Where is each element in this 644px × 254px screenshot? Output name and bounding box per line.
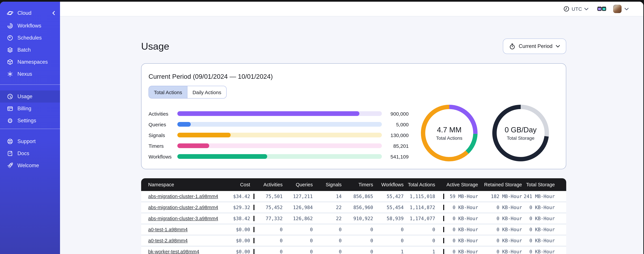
namespace-link[interactable]: a0-test-1.a98mm4 <box>148 227 188 232</box>
sidebar-collapse-button[interactable] <box>52 11 55 16</box>
gauge-icon <box>7 93 14 100</box>
cell-total-actions: 0 <box>404 227 443 232</box>
bar-fill <box>177 144 209 148</box>
page-head: Usage Current Period <box>141 38 566 54</box>
period-selector-button[interactable]: Current Period <box>503 38 566 54</box>
cell-retained-storage: 0 KB-Hour <box>478 227 522 232</box>
cell-timers: 0 <box>342 227 373 232</box>
sidebar-divider <box>0 84 60 85</box>
sidebar-item-workflows[interactable]: Workflows <box>0 20 60 32</box>
labs-glasses-toggle[interactable] <box>597 6 606 12</box>
chevron-down-icon <box>624 8 628 10</box>
sidebar-item-namespaces[interactable]: Namespaces <box>0 56 60 68</box>
table-row: abs-migration-cluster-2.a98mm4 $29.32 75… <box>141 202 566 213</box>
namespace-link[interactable]: abs-migration-cluster-2.a98mm4 <box>148 205 218 210</box>
header-retained-storage: Retained Storage <box>478 182 522 187</box>
rocket-icon <box>7 162 14 169</box>
cell-timers: 910,922 <box>342 216 373 221</box>
header-total-storage: Total Storage <box>522 182 566 187</box>
page-title: Usage <box>141 40 169 52</box>
life-ring-icon <box>7 138 14 145</box>
bar-value: 130,000 <box>382 132 409 138</box>
donut-label: Total Storage <box>507 135 534 140</box>
cell-activities: 75,452 <box>254 205 282 210</box>
chevron-left-icon <box>52 11 55 16</box>
table-row: abs-migration-cluster-1.a98mm4 $34.42 75… <box>141 191 566 202</box>
namespace-link[interactable]: abs-migration-cluster-3.a98mm4 <box>148 216 218 221</box>
cell-cost: $38.42 <box>220 216 254 221</box>
sidebar-item-docs[interactable]: Docs <box>0 148 60 160</box>
donut-value: 0 GB/Day <box>505 126 537 134</box>
sidebar-item-schedules[interactable]: Schedules <box>0 32 60 44</box>
header-workflows: Workflows <box>373 182 404 187</box>
bar-label: Activities <box>148 111 177 116</box>
sidebar-brand-cloud[interactable]: Cloud <box>0 6 60 20</box>
cell-retained-storage: 0 KB-Hour <box>478 216 522 221</box>
sidebar-item-welcome[interactable]: Welcome <box>0 160 60 172</box>
chevron-down-icon <box>556 45 560 48</box>
timezone-dropdown[interactable]: UTC <box>564 6 588 12</box>
sidebar-item-settings[interactable]: ⚙ Settings <box>0 114 60 127</box>
cell-queries: 0 <box>282 249 313 254</box>
bar-fill <box>177 154 267 159</box>
bar-label: Signals <box>148 132 177 138</box>
cell-retained-storage: 182 MB-Hour <box>478 194 522 199</box>
cell-cost: $0.00 <box>220 249 254 254</box>
cell-signals: 14 <box>313 194 342 199</box>
cell-total-storage: 241 MB-Hour <box>522 194 566 199</box>
clock-icon <box>564 6 569 12</box>
cell-total-actions: 1,174,077 <box>404 216 443 221</box>
cell-active-storage: 0 KB-Hour <box>443 216 478 221</box>
namespace-link[interactable]: abs-migration-cluster-1.a98mm4 <box>148 194 218 199</box>
bar-label: Queries <box>148 122 177 127</box>
app-frame: Cloud Workflows Schedules <box>0 2 643 254</box>
cell-queries: 0 <box>282 238 313 243</box>
cell-total-storage: 0 KB-Hour <box>522 227 566 232</box>
bar-fill <box>177 133 230 138</box>
namespace-link[interactable]: bk-worker-test.a98mm4 <box>148 249 199 254</box>
gear-icon: ⚙ <box>7 117 14 124</box>
sidebar: Cloud Workflows Schedules <box>0 2 60 254</box>
cell-active-storage: 0 KB-Hour <box>443 249 478 254</box>
total-actions-donut: 4.7 MM Total Actions <box>421 104 478 162</box>
billing-card-icon <box>7 105 14 112</box>
timezone-label: UTC <box>572 6 582 12</box>
header-namespace: Namespace <box>141 182 220 187</box>
cell-active-storage: 0 KB-Hour <box>443 238 478 243</box>
cell-timers: 0 <box>342 249 373 254</box>
tab-total-actions[interactable]: Total Actions <box>149 86 187 98</box>
cell-activities: 0 <box>254 249 282 254</box>
sidebar-item-support[interactable]: Support <box>0 136 60 148</box>
account-menu-button[interactable] <box>624 8 628 10</box>
chevron-down-icon <box>584 8 588 10</box>
cell-workflows: 55,454 <box>373 205 404 210</box>
sidebar-item-nexus[interactable]: Nexus <box>0 68 60 80</box>
screen: Cloud Workflows Schedules <box>0 0 644 254</box>
cell-cost: $0.00 <box>220 227 254 232</box>
glasses-icon <box>597 6 606 12</box>
schedules-icon <box>7 34 14 41</box>
tab-daily-actions[interactable]: Daily Actions <box>187 86 226 98</box>
cell-active-storage: 0 KB-Hour <box>443 205 478 210</box>
table-row: a0-test-1.a98mm4 $0.00 0 0 0 0 0 0 0 KB-… <box>141 224 566 235</box>
sidebar-item-usage[interactable]: Usage <box>0 90 60 102</box>
cell-cost: $34.42 <box>220 194 254 199</box>
cell-total-actions: 0 <box>404 238 443 243</box>
sidebar-item-batch[interactable]: Batch <box>0 44 60 56</box>
cell-signals: 22 <box>313 216 342 221</box>
bar-value: 900,000 <box>382 111 409 116</box>
sidebar-item-billing[interactable]: Billing <box>0 102 60 114</box>
sidebar-item-label: Docs <box>18 150 29 156</box>
cell-workflows: 0 <box>373 227 404 232</box>
namespace-link[interactable]: a0-test-2.a98mm4 <box>148 238 188 243</box>
cell-total-actions: 1,114,872 <box>404 205 443 210</box>
topbar: UTC <box>60 2 643 16</box>
cell-activities: 75,501 <box>254 194 282 199</box>
sidebar-item-label: Settings <box>18 118 36 124</box>
cell-queries: 126,984 <box>282 205 313 210</box>
bar-value: 541,109 <box>382 154 409 159</box>
sidebar-item-label: Namespaces <box>18 59 48 65</box>
sidebar-item-label: Batch <box>18 47 31 53</box>
cell-active-storage: 59 MB-Hour <box>443 194 478 199</box>
avatar[interactable] <box>613 5 622 13</box>
